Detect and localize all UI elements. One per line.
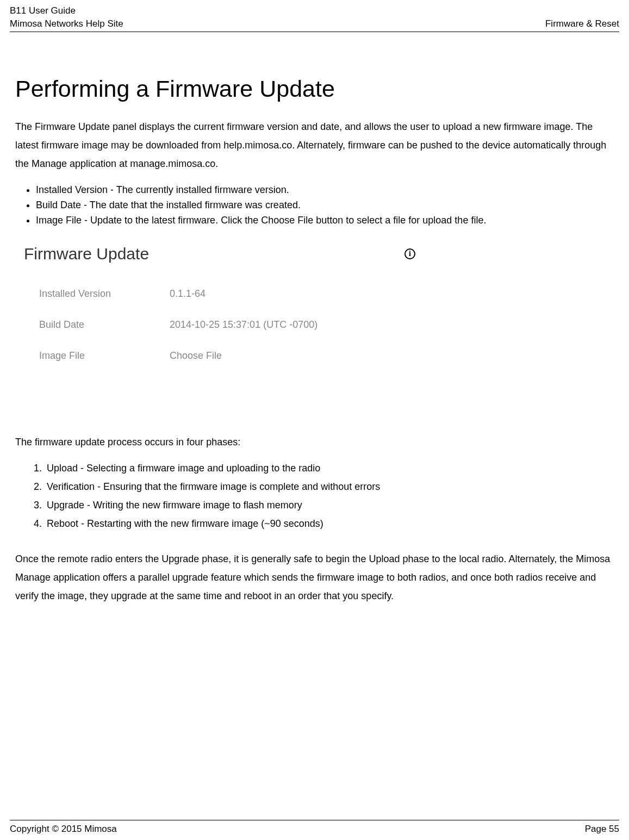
feature-bullet-list: Installed Version - The currently instal… xyxy=(36,183,614,228)
phase-item: Upgrade - Writing the new firmware image… xyxy=(45,496,614,514)
installed-version-label: Installed Version xyxy=(39,288,170,300)
intro-paragraph: The Firmware Update panel displays the c… xyxy=(15,117,614,173)
copyright-text: Copyright © 2015 Mimosa xyxy=(10,824,117,835)
footer-divider xyxy=(10,820,619,820)
image-file-row: Image File Choose File xyxy=(24,340,415,371)
build-date-value: 2014-10-25 15:37:01 (UTC -0700) xyxy=(170,319,317,331)
choose-file-button[interactable]: Choose File xyxy=(170,350,222,362)
closing-paragraph: Once the remote radio enters the Upgrade… xyxy=(15,550,614,606)
phase-item: Reboot - Restarting with the new firmwar… xyxy=(45,514,614,533)
phase-item: Verification - Ensuring that the firmwar… xyxy=(45,477,614,496)
build-date-label: Build Date xyxy=(39,319,170,331)
section-title: Firmware & Reset xyxy=(545,17,619,30)
page-number: Page 55 xyxy=(585,824,619,835)
bullet-item: Installed Version - The currently instal… xyxy=(36,183,614,198)
page-footer: Copyright © 2015 Mimosa Page 55 xyxy=(10,820,619,835)
image-file-label: Image File xyxy=(39,350,170,362)
phases-intro: The firmware update process occurs in fo… xyxy=(15,437,614,448)
page-title: Performing a Firmware Update xyxy=(15,76,614,102)
panel-title: Firmware Update xyxy=(24,245,149,263)
bullet-item: Build Date - The date that the installed… xyxy=(36,198,614,213)
build-date-row: Build Date 2014-10-25 15:37:01 (UTC -070… xyxy=(24,309,415,340)
phases-list: Upload - Selecting a firmware image and … xyxy=(45,459,614,533)
guide-title: B11 User Guide xyxy=(10,4,123,17)
site-title: Mimosa Networks Help Site xyxy=(10,17,123,30)
installed-version-value: 0.1.1-64 xyxy=(170,288,205,300)
header-divider xyxy=(10,32,619,32)
installed-version-row: Installed Version 0.1.1-64 xyxy=(24,278,415,309)
firmware-update-panel: Firmware Update i Installed Version 0.1.… xyxy=(24,245,415,371)
page-header: B11 User Guide Mimosa Networks Help Site… xyxy=(10,4,619,30)
info-icon[interactable]: i xyxy=(404,248,415,259)
bullet-item: Image File - Update to the latest firmwa… xyxy=(36,213,614,228)
phase-item: Upload - Selecting a firmware image and … xyxy=(45,459,614,477)
